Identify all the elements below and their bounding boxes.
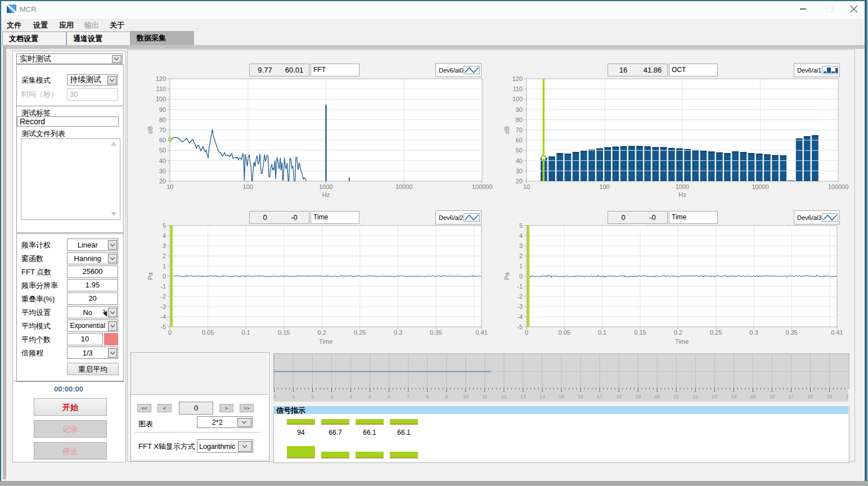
svg-text:50: 50 [516,147,523,154]
svg-text:0: 0 [163,273,166,280]
svg-text:0: 0 [519,273,523,280]
svg-text:10000: 10000 [752,183,769,190]
svg-text:90: 90 [516,106,523,113]
svg-text:80: 80 [159,116,166,123]
svg-text:dB: dB [503,126,510,133]
svg-text:-5: -5 [160,323,166,330]
svg-text:-1: -1 [517,283,523,290]
svg-text:2: 2 [163,253,166,259]
svg-text:-2: -2 [517,293,523,300]
svg-text:30: 30 [159,168,166,174]
svg-text:7: 7 [407,394,410,399]
svg-text:10000: 10000 [395,183,413,190]
svg-text:100: 100 [599,183,609,190]
svg-text:110: 110 [156,86,166,92]
svg-text:23: 23 [712,394,717,399]
svg-text:20: 20 [159,178,166,184]
svg-text:0.35: 0.35 [785,329,797,336]
svg-text:3: 3 [519,242,523,249]
svg-text:0.1: 0.1 [598,329,606,336]
svg-text:29: 29 [827,394,833,399]
svg-text:dB: dB [147,126,154,133]
svg-text:-4: -4 [160,313,166,320]
svg-text:100: 100 [512,96,523,102]
svg-text:120: 120 [512,76,523,82]
svg-text:Time: Time [319,338,332,345]
svg-text:19: 19 [635,394,641,399]
svg-text:100000: 100000 [472,183,493,190]
svg-text:60: 60 [159,137,166,143]
svg-text:0.41: 0.41 [475,329,487,336]
svg-text:Time: Time [675,338,689,345]
svg-text:10: 10 [167,183,173,190]
svg-text:100: 100 [243,183,253,190]
svg-text:100: 100 [156,96,166,102]
svg-text:40: 40 [516,158,523,164]
svg-text:25: 25 [750,394,755,399]
svg-text:0.3: 0.3 [749,329,758,336]
svg-text:0: 0 [168,329,172,336]
svg-text:12: 12 [501,394,507,399]
svg-text:4: 4 [163,232,166,239]
svg-text:0.35: 0.35 [430,329,442,336]
svg-text:0: 0 [525,329,528,336]
svg-text:0.25: 0.25 [710,329,722,336]
svg-text:17: 17 [597,394,602,399]
svg-text:1000: 1000 [319,183,332,190]
svg-text:0.1: 0.1 [241,329,250,336]
svg-text:0.3: 0.3 [394,329,402,336]
svg-text:27: 27 [788,394,794,399]
svg-text:2: 2 [519,253,523,259]
svg-text:80: 80 [516,116,523,123]
svg-text:21: 21 [673,394,679,399]
svg-text:22: 22 [692,394,698,399]
svg-text:3: 3 [163,242,166,249]
svg-text:6: 6 [388,394,390,399]
svg-text:20: 20 [516,178,523,184]
svg-text:30: 30 [846,394,848,399]
svg-text:11: 11 [482,394,487,399]
svg-text:90: 90 [159,106,166,113]
svg-text:4: 4 [349,394,352,399]
svg-text:70: 70 [516,127,523,133]
svg-text:-3: -3 [160,303,166,310]
svg-text:Pa: Pa [147,272,154,280]
svg-text:Hz: Hz [678,191,686,198]
svg-text:18: 18 [616,394,622,399]
svg-text:Pa: Pa [503,272,510,280]
svg-text:1: 1 [519,263,523,269]
svg-text:2: 2 [311,394,314,399]
svg-text:70: 70 [159,127,166,133]
svg-text:-5: -5 [517,323,523,330]
svg-text:110: 110 [512,86,523,92]
svg-text:0.05: 0.05 [202,329,214,336]
svg-text:0: 0 [273,394,276,399]
svg-text:0.41: 0.41 [831,329,843,336]
svg-text:60: 60 [516,137,523,143]
svg-text:3: 3 [330,394,333,399]
svg-text:1: 1 [292,394,295,399]
svg-text:-3: -3 [517,303,523,310]
svg-text:100000: 100000 [828,183,849,190]
svg-text:0.2: 0.2 [674,329,682,336]
svg-text:50: 50 [159,147,166,154]
svg-text:120: 120 [156,76,166,82]
svg-text:0.25: 0.25 [354,329,366,336]
svg-text:0.05: 0.05 [559,329,570,336]
svg-text:15: 15 [559,394,564,399]
svg-text:0.15: 0.15 [278,329,290,336]
svg-text:5: 5 [163,223,166,229]
svg-text:8: 8 [426,394,429,399]
svg-text:0.2: 0.2 [318,329,326,336]
svg-text:30: 30 [516,168,523,174]
svg-text:13: 13 [520,394,526,399]
svg-text:4: 4 [519,232,523,239]
svg-text:5: 5 [368,394,371,399]
svg-text:-4: -4 [517,313,523,320]
svg-text:10: 10 [463,394,469,399]
svg-text:-1: -1 [160,283,166,290]
svg-text:9: 9 [445,394,448,399]
svg-text:5: 5 [519,223,523,229]
svg-text:Hz: Hz [322,191,330,198]
svg-text:0.15: 0.15 [634,329,646,336]
